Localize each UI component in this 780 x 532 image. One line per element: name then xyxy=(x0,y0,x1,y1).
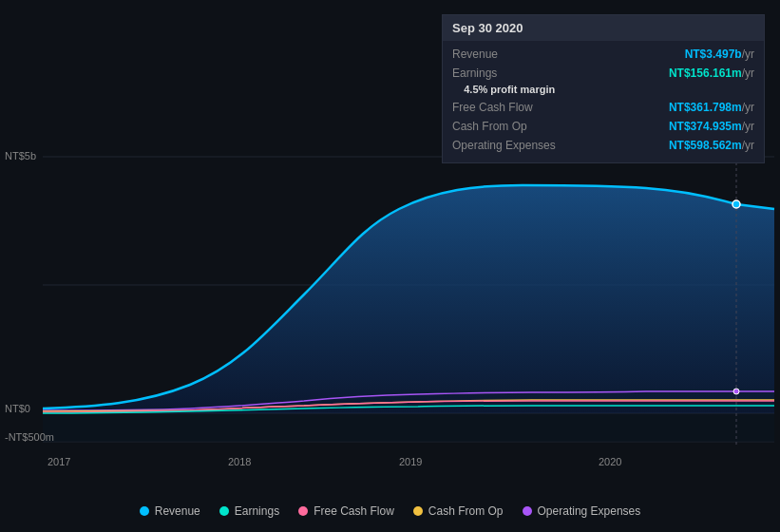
svg-rect-4 xyxy=(43,413,774,442)
tooltip-fcf-row: Free Cash Flow NT$361.798m/yr xyxy=(452,98,754,117)
legend-label-cfo: Cash From Op xyxy=(428,504,504,518)
legend-label-fcf: Free Cash Flow xyxy=(314,504,394,518)
tooltip-cfo-value: NT$374.935m/yr xyxy=(669,120,754,133)
legend-label-opex: Operating Expenses xyxy=(538,504,641,518)
legend-item-fcf[interactable]: Free Cash Flow xyxy=(298,504,394,518)
legend-item-opex[interactable]: Operating Expenses xyxy=(523,504,641,518)
tooltip-cfo-label: Cash From Op xyxy=(452,120,527,133)
tooltip-revenue-value: NT$3.497b/yr xyxy=(685,48,754,61)
tooltip-cfo-row: Cash From Op NT$374.935m/yr xyxy=(452,117,754,136)
y-label-bottom: -NT$500m xyxy=(5,431,54,443)
tooltip-profit-margin: 4.5% profit margin xyxy=(452,83,754,98)
y-label-middle: NT$0 xyxy=(5,403,30,414)
x-label-2017: 2017 xyxy=(48,456,70,467)
tooltip-fcf-label: Free Cash Flow xyxy=(452,101,533,114)
legend-label-earnings: Earnings xyxy=(235,504,279,518)
legend-dot-cfo xyxy=(413,506,423,516)
legend-dot-fcf xyxy=(298,506,308,516)
legend-item-earnings[interactable]: Earnings xyxy=(219,504,279,518)
svg-point-6 xyxy=(732,200,740,208)
tooltip-opex-row: Operating Expenses NT$598.562m/yr xyxy=(452,136,754,155)
tooltip-card: Sep 30 2020 Revenue NT$3.497b/yr Earning… xyxy=(442,14,765,163)
tooltip-opex-label: Operating Expenses xyxy=(452,139,556,152)
tooltip-earnings-label: Earnings xyxy=(452,66,497,80)
tooltip-revenue-row: Revenue NT$3.497b/yr xyxy=(452,45,754,64)
x-label-2019: 2019 xyxy=(399,456,422,467)
legend: Revenue Earnings Free Cash Flow Cash Fro… xyxy=(0,504,780,518)
x-label-2018: 2018 xyxy=(228,456,251,467)
legend-item-revenue[interactable]: Revenue xyxy=(140,504,200,518)
legend-dot-opex xyxy=(523,506,532,516)
x-label-2020: 2020 xyxy=(599,456,621,467)
y-label-top: NT$5b xyxy=(5,150,36,162)
tooltip-date: Sep 30 2020 xyxy=(443,15,764,41)
legend-dot-revenue xyxy=(140,506,149,516)
legend-item-cfo[interactable]: Cash From Op xyxy=(413,504,504,518)
legend-dot-earnings xyxy=(219,506,229,516)
chart-container: NT$5b NT$0 -NT$500m 2017 2018 2019 2020 … xyxy=(0,0,780,532)
tooltip-revenue-label: Revenue xyxy=(452,48,498,61)
legend-label-revenue: Revenue xyxy=(155,504,200,518)
tooltip-earnings-row: Earnings NT$156.161m/yr xyxy=(452,64,754,83)
tooltip-fcf-value: NT$361.798m/yr xyxy=(669,101,754,114)
tooltip-earnings-value: NT$156.161m/yr xyxy=(669,66,754,80)
svg-point-7 xyxy=(733,389,739,394)
tooltip-opex-value: NT$598.562m/yr xyxy=(669,139,754,152)
